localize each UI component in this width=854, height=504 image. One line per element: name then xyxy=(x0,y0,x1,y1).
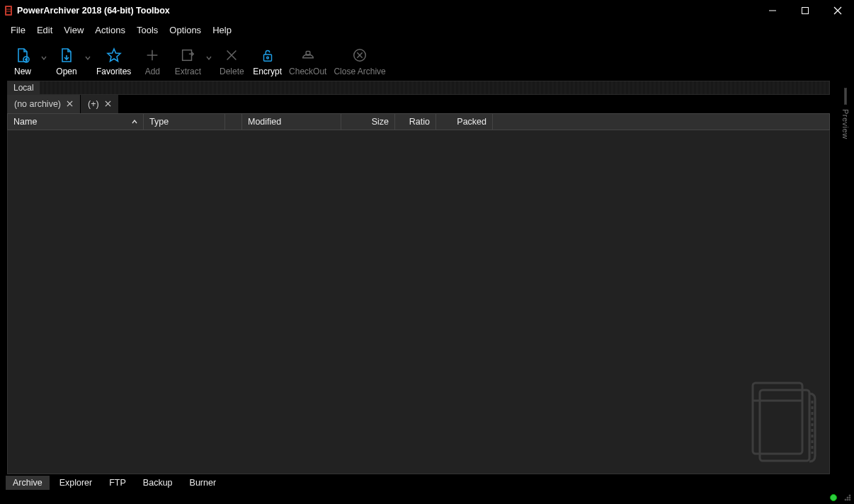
toolbar-label: New xyxy=(14,67,31,76)
status-bar xyxy=(0,491,854,504)
app-icon xyxy=(4,5,13,16)
toolbar-group-open: Open xyxy=(50,40,92,76)
toolbar-label: Close Archive xyxy=(334,67,385,76)
new-dropdown[interactable] xyxy=(40,40,48,76)
col-spacer-1[interactable] xyxy=(225,114,242,130)
plus-icon xyxy=(144,45,160,65)
close-icon[interactable] xyxy=(105,99,111,109)
new-file-icon xyxy=(14,45,31,65)
tab-no-archive[interactable]: (no archive) xyxy=(7,95,81,113)
toolbar-label: Add xyxy=(145,67,160,76)
toolbar-label: Delete xyxy=(220,67,244,76)
resize-grip-icon[interactable] xyxy=(843,493,851,503)
svg-point-17 xyxy=(266,57,268,59)
close-archive-button[interactable]: Close Archive xyxy=(331,40,388,76)
file-list[interactable] xyxy=(7,130,830,474)
tab-label: (+) xyxy=(88,99,99,109)
col-label: Type xyxy=(149,117,169,127)
star-icon xyxy=(106,45,123,65)
menu-tools[interactable]: Tools xyxy=(132,23,163,38)
menu-edit[interactable]: Edit xyxy=(32,23,57,38)
checkout-icon xyxy=(300,45,317,65)
workspace: Local (no archive) (+) Name xyxy=(0,81,854,474)
checkout-button[interactable]: CheckOut xyxy=(286,40,329,76)
svg-point-31 xyxy=(847,499,848,500)
sort-asc-icon xyxy=(132,117,137,127)
col-label: Name xyxy=(13,117,37,127)
breadcrumb-bar[interactable]: Local xyxy=(7,81,830,95)
toolbar: New Open Favorites xyxy=(0,38,854,81)
work-main: Local (no archive) (+) Name xyxy=(0,81,837,474)
toolbar-group-new: New xyxy=(6,40,48,76)
extract-dropdown[interactable] xyxy=(205,40,213,76)
col-size[interactable]: Size xyxy=(341,114,395,130)
mode-burner[interactable]: Burner xyxy=(183,476,224,490)
extract-button[interactable]: Extract xyxy=(171,40,205,76)
menu-options[interactable]: Options xyxy=(164,23,206,38)
window-controls xyxy=(756,0,854,21)
col-ratio[interactable]: Ratio xyxy=(395,114,436,130)
preview-panel-collapsed[interactable]: Preview xyxy=(837,81,854,474)
minimize-button[interactable] xyxy=(756,0,789,21)
window-title: PowerArchiver 2018 (64-bit) Toolbox xyxy=(17,6,170,16)
title-bar: PowerArchiver 2018 (64-bit) Toolbox xyxy=(0,0,854,21)
svg-rect-13 xyxy=(183,50,192,61)
col-name[interactable]: Name xyxy=(8,114,144,130)
tab-label: (no archive) xyxy=(14,99,61,109)
svg-point-30 xyxy=(849,499,850,500)
toolbar-label: Extract xyxy=(175,67,201,76)
extract-icon xyxy=(180,45,195,65)
col-label: Modified xyxy=(248,117,281,127)
delete-button[interactable]: Delete xyxy=(215,40,249,76)
col-spacer-2[interactable] xyxy=(493,114,829,130)
mode-ftp[interactable]: FTP xyxy=(102,476,133,490)
close-icon[interactable] xyxy=(67,99,73,109)
menu-help[interactable]: Help xyxy=(207,23,237,38)
menu-view[interactable]: View xyxy=(59,23,89,38)
toolbar-label: Open xyxy=(56,67,76,76)
column-headers: Name Type Modified Size Ratio Packed xyxy=(7,113,830,130)
col-type[interactable]: Type xyxy=(144,114,225,130)
tab-new[interactable]: (+) xyxy=(81,95,119,113)
maximize-button[interactable] xyxy=(789,0,821,21)
favorites-button[interactable]: Favorites xyxy=(93,40,134,76)
toolbar-label: CheckOut xyxy=(289,67,326,76)
breadcrumb-local[interactable]: Local xyxy=(8,81,40,94)
col-modified[interactable]: Modified xyxy=(242,114,341,130)
open-dropdown[interactable] xyxy=(84,40,92,76)
svg-point-35 xyxy=(849,495,850,496)
new-button[interactable]: New xyxy=(6,40,40,76)
svg-point-32 xyxy=(849,497,850,498)
menu-bar: File Edit View Actions Tools Options Hel… xyxy=(0,21,854,38)
mode-explorer[interactable]: Explorer xyxy=(52,476,100,490)
toolbar-label: Favorites xyxy=(96,67,131,76)
svg-rect-16 xyxy=(263,55,271,61)
delete-icon xyxy=(224,45,239,65)
col-label: Size xyxy=(372,117,389,127)
mode-bar: Archive Explorer FTP Backup Burner xyxy=(0,474,854,491)
open-file-icon xyxy=(58,45,75,65)
mode-archive[interactable]: Archive xyxy=(6,476,50,490)
svg-rect-1 xyxy=(6,7,11,14)
toolbar-label: Encrypt xyxy=(253,67,282,76)
lock-open-icon xyxy=(260,45,275,65)
toolbar-group-extract: Extract xyxy=(171,40,213,76)
menu-actions[interactable]: Actions xyxy=(90,23,130,38)
status-led-icon xyxy=(830,494,837,501)
mode-backup[interactable]: Backup xyxy=(136,476,180,490)
open-button[interactable]: Open xyxy=(50,40,84,76)
tabs: (no archive) (+) xyxy=(7,95,830,113)
add-button[interactable]: Add xyxy=(135,40,169,76)
preview-label: Preview xyxy=(841,109,850,139)
col-label: Packed xyxy=(457,117,486,127)
col-label: Ratio xyxy=(409,117,430,127)
svg-point-34 xyxy=(847,497,848,498)
close-circle-icon xyxy=(352,45,368,65)
col-packed[interactable]: Packed xyxy=(436,114,493,130)
close-button[interactable] xyxy=(821,0,854,21)
svg-rect-5 xyxy=(802,8,809,14)
encrypt-button[interactable]: Encrypt xyxy=(250,40,285,76)
menu-file[interactable]: File xyxy=(6,23,30,38)
archive-watermark-icon xyxy=(739,369,824,468)
preview-handle-icon[interactable] xyxy=(844,88,847,105)
